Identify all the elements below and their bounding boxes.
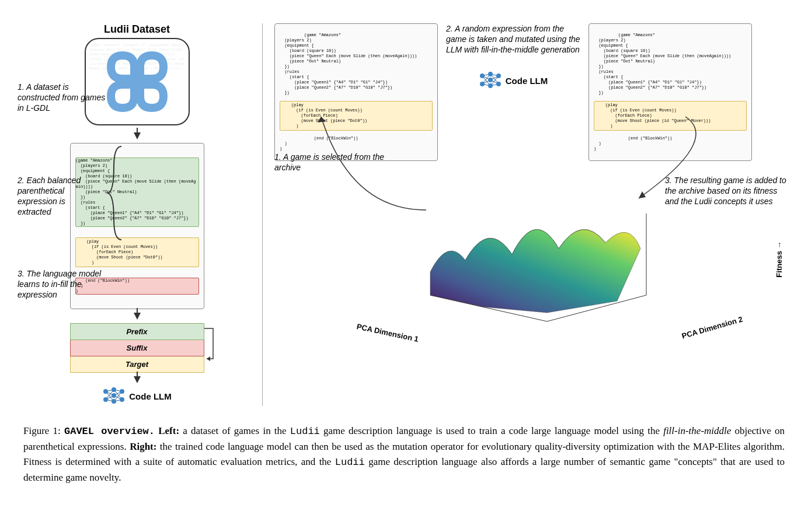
arrow-icon [134,313,141,320]
ludii-knot-icon [105,50,169,114]
neural-net-icon [479,71,502,90]
neural-net-icon [102,387,126,406]
axis-label-z: Fitness → [775,242,783,278]
surface-plot-icon [384,178,675,336]
fitness-surface: PCA Dimension 1 PCA Dimension 2 Fitness … [274,178,785,336]
left-step2-annotation: 2. Each balanced parenthetical expressio… [18,175,99,217]
code-text: (game "Amazons" (players 2) (equipment {… [280,33,417,95]
svg-point-13 [103,389,108,394]
caption-ludii: Ludii [290,426,320,437]
figure-caption: Figure 1: GAVEL overview. Left: a datase… [23,424,785,485]
svg-marker-39 [318,117,326,123]
caption-ludii2: Ludii [335,457,365,468]
caption-fig: Figure 1: [23,425,61,436]
svg-point-35 [488,78,493,82]
svg-point-15 [112,387,116,392]
caption-fim: fill-in-the-middle [663,425,731,436]
svg-point-17 [112,399,116,404]
code-llm-label: Code LLM [129,391,172,401]
figure-container: Ludii Dataset (game "Amazons" (players 2… [23,23,785,485]
svg-marker-0 [207,356,210,361]
right-step2-annotation: 2. A random expression from the game is … [446,23,580,55]
code-llm-label: Code LLM [506,76,548,86]
loop-arrow-icon [204,327,217,368]
caption-title: GAVEL overview. [64,426,155,437]
arrow-icon [134,132,141,139]
svg-point-36 [488,83,493,88]
right-panel: (game "Amazons" (players 2) (equipment {… [263,23,785,406]
left-panel: Ludii Dataset (game "Amazons" (players 2… [23,23,263,406]
svg-point-32 [480,74,485,78]
caption-left-label: Left: [158,425,179,436]
left-step3-annotation: 3. The language model learns to in-fill … [18,268,105,300]
code-target-region: (play (if (is Even (count Moves)) (forEa… [75,237,199,267]
curly-bracket-icon [105,144,123,243]
svg-point-16 [112,393,116,398]
suffix-box: Suffix [70,340,204,356]
svg-point-37 [496,74,501,78]
code-text: (game "Amazons" (players 2) (equipment {… [594,33,731,95]
caption-text: a dataset of games in the [179,425,290,436]
caption-text: game description language is used to tra… [320,425,663,436]
axis-label-y: PCA Dimension 2 [681,314,744,340]
svg-point-19 [120,397,124,402]
svg-point-33 [480,82,485,86]
svg-point-34 [488,72,493,76]
caption-right-label: Right: [130,441,156,452]
svg-point-14 [103,397,108,402]
arrow-icon [134,376,141,383]
code-llm-right: Code LLM [446,71,580,90]
prefix-box: Prefix [70,323,204,340]
pst-container: Prefix Suffix Target [70,323,204,373]
dataset-title: Ludii Dataset [23,23,250,36]
svg-point-38 [496,82,501,86]
left-step1-annotation: 1. A dataset is constructed from games i… [18,82,111,113]
diagram: Ludii Dataset (game "Amazons" (players 2… [23,23,785,412]
svg-point-18 [120,389,124,394]
target-box: Target [70,356,204,373]
code-llm-left: Code LLM [23,387,250,406]
